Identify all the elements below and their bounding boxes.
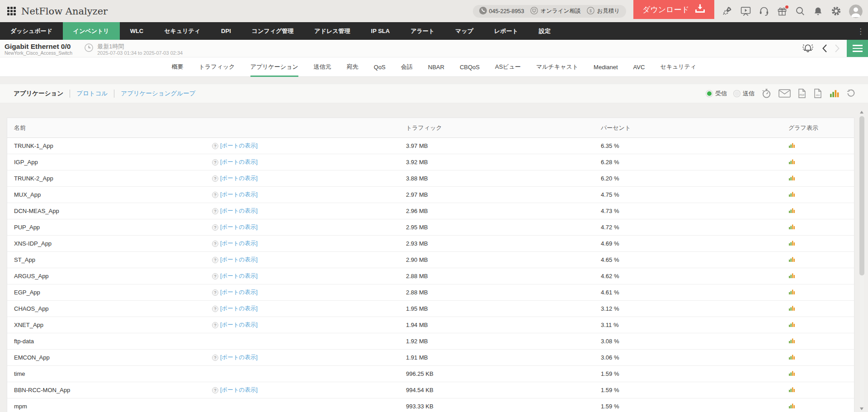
help-icon[interactable]: ? (212, 387, 218, 393)
receive-radio[interactable]: 受信 (706, 90, 727, 98)
nav-overflow-kebab-icon[interactable]: ⋮ (857, 26, 864, 36)
nav-item[interactable]: セキュリティ (154, 22, 211, 40)
quote-link[interactable]: $ お見積り (587, 7, 620, 16)
show-ports-link[interactable]: [ポートの表示] (220, 354, 258, 361)
report-tab[interactable]: AVC (633, 57, 645, 77)
nav-item[interactable]: コンフィグ管理 (241, 22, 304, 40)
show-ports-link[interactable]: [ポートの表示] (220, 321, 258, 329)
row-graph-icon[interactable] (788, 175, 795, 182)
row-graph-icon[interactable] (788, 191, 795, 199)
show-ports-link[interactable]: [ポートの表示] (220, 289, 258, 296)
row-graph-icon[interactable] (788, 354, 795, 361)
schedule-icon[interactable] (761, 88, 772, 99)
nav-item[interactable]: レポート (484, 22, 528, 40)
show-ports-link[interactable]: [ポートの表示] (220, 191, 258, 199)
row-graph-icon[interactable] (788, 289, 795, 296)
report-tab[interactable]: アプリケーション (250, 57, 298, 77)
refresh-icon[interactable] (846, 89, 855, 98)
row-graph-icon[interactable] (788, 207, 795, 215)
help-icon[interactable]: ? (212, 241, 218, 247)
help-icon[interactable]: ? (212, 257, 218, 263)
report-tab[interactable]: 概要 (172, 57, 184, 77)
report-tab[interactable]: トラフィック (199, 57, 235, 77)
settings-gear-icon[interactable] (830, 5, 842, 17)
report-tab[interactable]: マルチキャスト (536, 57, 578, 77)
alarm-bell-icon[interactable] (801, 43, 815, 55)
show-ports-link[interactable]: [ポートの表示] (220, 240, 258, 247)
apps-grid-icon[interactable] (7, 7, 16, 15)
row-graph-icon[interactable] (788, 240, 795, 247)
show-ports-link[interactable]: [ポートの表示] (220, 175, 258, 182)
report-tab[interactable]: 送信元 (314, 57, 331, 77)
row-graph-icon[interactable] (788, 223, 795, 231)
notifications-bell-icon[interactable] (813, 6, 823, 17)
nav-item[interactable]: マップ (445, 22, 484, 40)
report-tab[interactable]: NBAR (428, 57, 444, 77)
scroll-up-arrow-icon[interactable] (860, 111, 863, 114)
prev-interface-chevron[interactable] (821, 44, 828, 53)
show-ports-link[interactable]: [ポートの表示] (220, 256, 258, 264)
help-icon[interactable]: ? (212, 289, 218, 296)
report-tab[interactable]: QoS (374, 57, 386, 77)
whats-new-gift-icon[interactable] (777, 6, 788, 16)
interface-menu-button[interactable] (847, 40, 868, 57)
show-ports-link[interactable]: [ポートの表示] (220, 158, 258, 166)
nav-item[interactable]: ダッシュボード (0, 22, 63, 40)
help-icon[interactable]: ? (212, 208, 218, 214)
row-graph-icon[interactable] (788, 305, 795, 313)
report-tab[interactable]: CBQoS (460, 57, 480, 77)
help-icon[interactable]: ? (212, 192, 218, 198)
row-graph-icon[interactable] (788, 386, 795, 394)
report-tab[interactable]: 宛先 (347, 57, 359, 77)
help-icon[interactable]: ? (212, 355, 218, 361)
row-graph-icon[interactable] (788, 321, 795, 329)
show-ports-link[interactable]: [ポートの表示] (220, 223, 258, 231)
row-graph-icon[interactable] (788, 403, 795, 410)
help-icon[interactable]: ? (212, 143, 218, 149)
online-consult-link[interactable]: オンライン相談 (530, 7, 580, 16)
time-period-selector[interactable]: 最新1時間 2025-07-03 01:34 to 2025-07-03 02:… (84, 41, 183, 56)
chart-view-icon[interactable] (829, 89, 840, 98)
nav-item[interactable]: 設定 (528, 22, 561, 40)
vertical-scrollbar[interactable] (859, 110, 865, 411)
nav-item[interactable]: アドレス管理 (304, 22, 360, 40)
help-icon[interactable]: ? (212, 175, 218, 182)
pdf-export-icon[interactable]: PDF (797, 88, 807, 99)
row-graph-icon[interactable] (788, 370, 795, 378)
view-switch-item[interactable]: プロトコル (70, 90, 114, 98)
getting-started-rocket-icon[interactable] (722, 5, 733, 17)
help-icon[interactable]: ? (212, 224, 218, 231)
row-graph-icon[interactable] (788, 337, 795, 345)
user-avatar[interactable] (849, 5, 863, 18)
row-graph-icon[interactable] (788, 158, 795, 166)
show-ports-link[interactable]: [ポートの表示] (220, 207, 258, 215)
view-switch-item[interactable]: アプリケーション (14, 90, 70, 98)
show-ports-link[interactable]: [ポートの表示] (220, 386, 258, 394)
show-ports-link[interactable]: [ポートの表示] (220, 142, 258, 150)
report-tab[interactable]: ASビュー (495, 57, 521, 77)
search-icon[interactable] (795, 6, 806, 17)
row-graph-icon[interactable] (788, 272, 795, 280)
support-headset-icon[interactable] (759, 6, 769, 16)
demo-video-icon[interactable] (740, 6, 751, 16)
scrollbar-thumb[interactable] (859, 116, 864, 275)
show-ports-link[interactable]: [ポートの表示] (220, 305, 258, 313)
nav-item[interactable]: WLC (120, 22, 154, 40)
help-icon[interactable]: ? (212, 159, 218, 166)
help-icon[interactable]: ? (212, 322, 218, 328)
help-icon[interactable]: ? (212, 273, 218, 279)
show-ports-link[interactable]: [ポートの表示] (220, 272, 258, 280)
phone-number[interactable]: 045-225-8953 (479, 7, 524, 16)
report-tab[interactable]: Medianet (594, 57, 618, 77)
download-button[interactable]: ダウンロード (633, 0, 714, 19)
nav-item[interactable]: インベントリ (63, 22, 120, 40)
view-switch-item[interactable]: アプリケーショングループ (114, 90, 202, 98)
report-tab[interactable]: セキュリティ (660, 57, 696, 77)
nav-item[interactable]: DPI (211, 22, 241, 40)
email-icon[interactable] (778, 89, 791, 98)
report-tab[interactable]: 会話 (401, 57, 413, 77)
csv-export-icon[interactable]: csv (813, 88, 822, 99)
help-icon[interactable]: ? (212, 306, 218, 312)
row-graph-icon[interactable] (788, 256, 795, 264)
nav-item[interactable]: アラート (400, 22, 445, 40)
